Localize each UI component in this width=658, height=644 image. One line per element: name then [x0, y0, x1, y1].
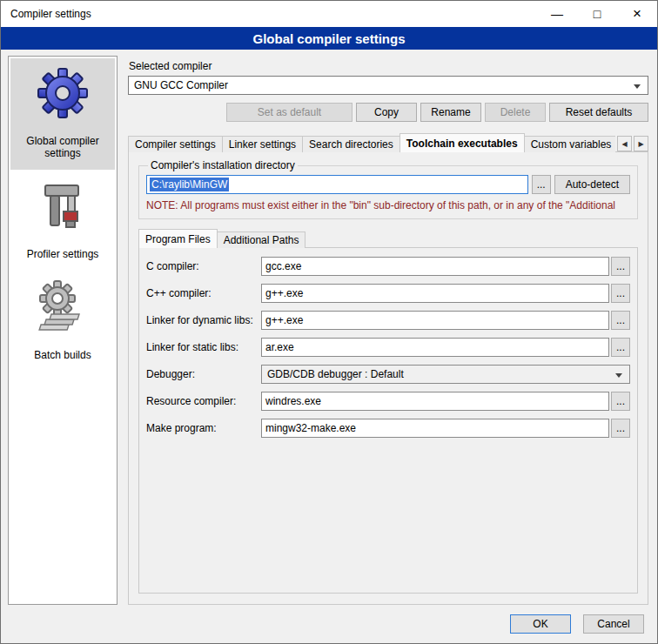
minimize-button[interactable]: —	[537, 1, 577, 27]
reset-defaults-button[interactable]: Reset defaults	[549, 103, 648, 122]
tab-additional-paths[interactable]: Additional Paths	[217, 231, 306, 248]
page-title: Global compiler settings	[1, 27, 657, 50]
maximize-icon: □	[594, 7, 601, 21]
arrow-right-icon: ▶	[638, 140, 643, 148]
static-linker-value: ar.exe	[265, 341, 294, 353]
cpp-compiler-row: C++ compiler: g++.exe ...	[146, 284, 630, 303]
cpp-compiler-input[interactable]: g++.exe	[261, 284, 609, 303]
minimize-icon: —	[551, 7, 563, 21]
sidebar-item-label: Global compiler settings	[12, 135, 113, 159]
resource-compiler-label: Resource compiler:	[146, 395, 261, 407]
dynamic-linker-browse-button[interactable]: ...	[611, 311, 630, 330]
gear-gray-icon	[35, 279, 91, 335]
tab-toolchain-executables[interactable]: Toolchain executables	[400, 133, 525, 152]
static-linker-browse-button[interactable]: ...	[611, 338, 630, 357]
arrow-left-icon: ◀	[621, 140, 627, 148]
ok-button[interactable]: OK	[510, 614, 571, 634]
installation-directory-browse-button[interactable]: ...	[532, 175, 551, 194]
resource-compiler-browse-button[interactable]: ...	[611, 392, 630, 411]
sidebar-item-global-compiler-settings[interactable]: Global compiler settings	[10, 58, 115, 170]
selected-compiler-dropdown[interactable]: GNU GCC Compiler	[128, 76, 648, 95]
bin-subdirectory-note: NOTE: All programs must exist either in …	[146, 199, 630, 211]
make-program-label: Make program:	[146, 422, 261, 434]
dynamic-linker-label: Linker for dynamic libs:	[146, 314, 261, 326]
tab-search-directories[interactable]: Search directories	[302, 136, 400, 152]
debugger-row: Debugger: GDB/CDB debugger : Default	[146, 365, 630, 384]
sidebar-item-label: Batch builds	[34, 349, 91, 361]
tab-scroll-left-button[interactable]: ◀	[617, 136, 632, 151]
installation-directory-legend: Compiler's installation directory	[148, 159, 298, 171]
cpp-compiler-browse-button[interactable]: ...	[611, 284, 630, 303]
cpp-compiler-label: C++ compiler:	[146, 287, 261, 299]
settings-tabstrip: Compiler settings Linker settings Search…	[128, 133, 648, 152]
c-compiler-browse-button[interactable]: ...	[611, 257, 630, 276]
dynamic-linker-value: g++.exe	[265, 314, 303, 326]
tab-custom-variables[interactable]: Custom variables	[524, 136, 615, 152]
copy-button[interactable]: Copy	[356, 103, 417, 122]
chevron-down-icon	[615, 373, 622, 378]
tab-compiler-settings[interactable]: Compiler settings	[128, 136, 223, 152]
set-as-default-button[interactable]: Set as default	[226, 103, 352, 122]
installation-directory-value: C:\raylib\MinGW	[150, 178, 229, 191]
debugger-label: Debugger:	[146, 368, 261, 380]
settings-sidebar: Global compiler settings Profiler se	[8, 56, 118, 605]
dialog-footer: OK Cancel	[1, 605, 657, 643]
dialog-body: Global compiler settings Profiler se	[1, 50, 657, 605]
cancel-button[interactable]: Cancel	[583, 614, 644, 634]
c-compiler-value: gcc.exe	[265, 260, 301, 272]
gear-blue-icon	[35, 65, 91, 121]
window-title: Compiler settings	[1, 8, 91, 20]
static-linker-row: Linker for static libs: ar.exe ...	[146, 338, 630, 357]
debugger-dropdown[interactable]: GDB/CDB debugger : Default	[261, 365, 630, 384]
delete-button[interactable]: Delete	[485, 103, 546, 122]
selected-compiler-value: GNU GCC Compiler	[134, 79, 228, 91]
c-compiler-label: C compiler:	[146, 260, 261, 272]
debugger-value: GDB/CDB debugger : Default	[267, 368, 404, 380]
make-program-browse-button[interactable]: ...	[611, 419, 630, 438]
c-compiler-input[interactable]: gcc.exe	[261, 257, 609, 276]
tab-linker-settings[interactable]: Linker settings	[222, 136, 303, 152]
make-program-value: mingw32-make.exe	[265, 422, 356, 434]
resource-compiler-row: Resource compiler: windres.exe ...	[146, 392, 630, 411]
make-program-input[interactable]: mingw32-make.exe	[261, 419, 609, 438]
program-files-tabstrip: Program Files Additional Paths	[138, 230, 638, 248]
tab-scroll-right-button[interactable]: ▶	[634, 136, 648, 151]
resource-compiler-value: windres.exe	[265, 395, 321, 407]
installation-directory-row: C:\raylib\MinGW ... Auto-detect	[146, 175, 630, 194]
installation-directory-group: Compiler's installation directory C:\ray…	[138, 159, 638, 219]
resource-compiler-input[interactable]: windres.exe	[261, 392, 609, 411]
c-compiler-row: C compiler: gcc.exe ...	[146, 257, 630, 276]
installation-directory-input[interactable]: C:\raylib\MinGW	[146, 175, 528, 194]
chevron-down-icon	[634, 84, 641, 89]
cpp-compiler-value: g++.exe	[265, 287, 303, 299]
sidebar-item-batch-builds[interactable]: Batch builds	[10, 272, 115, 372]
selected-compiler-label: Selected compiler	[129, 60, 648, 72]
auto-detect-button[interactable]: Auto-detect	[554, 175, 630, 194]
rename-button[interactable]: Rename	[420, 103, 481, 122]
titlebar: Compiler settings — □ ×	[1, 1, 657, 27]
sidebar-item-profiler-settings[interactable]: Profiler settings	[10, 171, 115, 271]
profiler-icon	[35, 178, 91, 234]
close-button[interactable]: ×	[617, 1, 657, 27]
dynamic-linker-input[interactable]: g++.exe	[261, 311, 609, 330]
program-files-panel: C compiler: gcc.exe ... C++ compiler: g+…	[138, 247, 638, 594]
compiler-settings-window: Compiler settings — □ × Global compiler …	[0, 0, 658, 644]
caption-buttons: — □ ×	[537, 1, 657, 27]
compiler-actions: Set as default Copy Rename Delete Reset …	[128, 103, 648, 122]
dynamic-linker-row: Linker for dynamic libs: g++.exe ...	[146, 311, 630, 330]
toolchain-executables-panel: Compiler's installation directory C:\ray…	[128, 151, 648, 605]
sidebar-item-label: Profiler settings	[27, 248, 99, 260]
static-linker-input[interactable]: ar.exe	[261, 338, 609, 357]
close-icon: ×	[633, 5, 641, 23]
tab-program-files[interactable]: Program Files	[138, 229, 218, 248]
maximize-button[interactable]: □	[577, 1, 617, 27]
tab-scroll-buttons: ◀ ▶	[617, 136, 648, 151]
main-panel: Selected compiler GNU GCC Compiler Set a…	[128, 56, 648, 605]
tabs: Compiler settings Linker settings Search…	[128, 133, 615, 152]
static-linker-label: Linker for static libs:	[146, 341, 261, 353]
make-program-row: Make program: mingw32-make.exe ...	[146, 419, 630, 438]
